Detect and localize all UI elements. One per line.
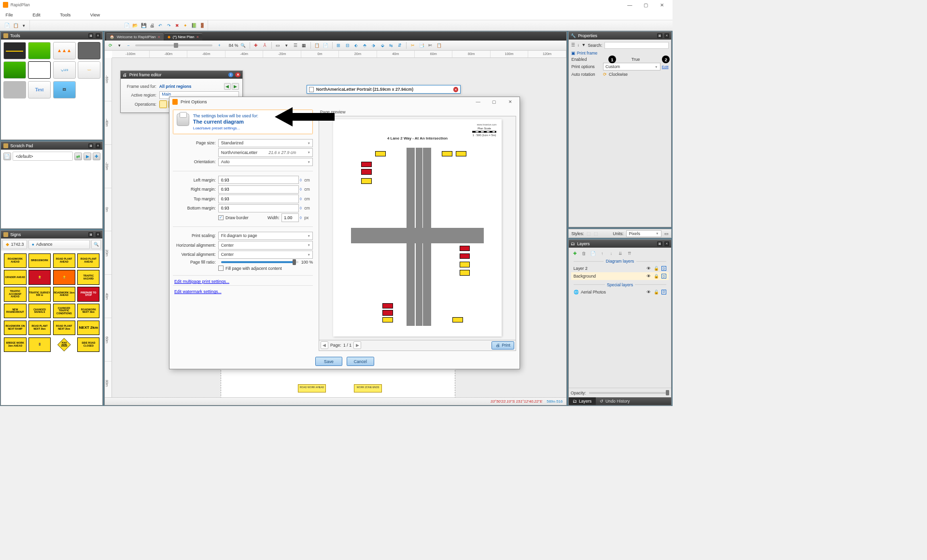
panel-close-icon[interactable]: ✕	[664, 241, 669, 246]
group-icon[interactable]: ⊞	[335, 42, 342, 49]
panel-pin-icon[interactable]: ▣	[88, 232, 93, 237]
tab-welcome[interactable]: 🏠 Welcome to RapidPlan ×	[106, 33, 164, 41]
close-icon[interactable]: ✕	[453, 87, 458, 92]
spin-icon[interactable]: ◊	[299, 215, 303, 220]
layer-row[interactable]: 🌐Aerial Photos👁🔓D	[571, 288, 668, 296]
spin-icon[interactable]: ◊	[299, 196, 303, 201]
eye-icon[interactable]: 👁	[646, 289, 652, 295]
spin-icon[interactable]: ◊	[299, 206, 303, 210]
left-margin-input[interactable]	[218, 176, 299, 184]
d-icon[interactable]: D	[661, 290, 666, 294]
tool-iso-road[interactable]	[3, 61, 26, 79]
toolbar-save-icon[interactable]: 💾	[140, 21, 148, 29]
style-swatch-icon[interactable]: ⬚	[594, 231, 598, 236]
tool-text[interactable]	[28, 81, 51, 98]
sign-item[interactable]: CHANGED SIGNALS	[28, 304, 51, 318]
panel-pin-icon[interactable]: ▣	[657, 33, 662, 38]
page-size-select[interactable]: Standarized▼	[218, 139, 313, 147]
sign-item[interactable]: ROADWORK 1km AHEAD	[53, 287, 75, 301]
paper-select[interactable]: NorthAmericaLetter21.6 x 27.9 cm▼	[218, 148, 313, 156]
style-swatch-icon[interactable]: ⬚	[587, 231, 591, 236]
zoom-out-icon[interactable]: −	[125, 42, 132, 49]
sign-item[interactable]: ROAD PLANT NEXT 2km	[53, 321, 75, 335]
page-fill-slider[interactable]	[221, 261, 298, 263]
toolbar-help-icon[interactable]: 📗	[190, 21, 198, 29]
layer-row[interactable]: Layer 2👁🔓D	[571, 265, 668, 272]
align-left-icon[interactable]: ⬖	[352, 42, 360, 49]
h-align-select[interactable]: Center▼	[218, 241, 313, 249]
watermark-settings-link[interactable]: Edit watermark settings...	[174, 289, 222, 294]
sign-item[interactable]: TRAFFIC SURVEY 500 m	[28, 287, 51, 301]
sign-item[interactable]: TRAFFIC HAZARD	[77, 270, 99, 284]
scratch-swap-icon[interactable]: ⇄	[74, 153, 82, 160]
lock-icon[interactable]: 🔓	[654, 289, 660, 295]
tab-layers[interactable]: 🗂Layers	[569, 397, 596, 405]
sign-item[interactable]: ROAD WORK AHEAD	[57, 338, 70, 351]
eye-icon[interactable]: 👁	[646, 274, 652, 280]
lock-icon[interactable]: 🔓	[654, 266, 660, 272]
sign-item[interactable]: BRIDGE WORK 1km AHEAD	[4, 337, 26, 352]
toolbar-open-icon[interactable]: 📂	[131, 21, 139, 29]
close-icon[interactable]: ✕	[235, 72, 240, 77]
panel-pin-icon[interactable]: ▣	[657, 241, 662, 246]
panel-close-icon[interactable]: ✕	[96, 143, 100, 148]
cut-icon[interactable]: ✂	[409, 42, 417, 49]
tab-undo-history[interactable]: ↺Undo History	[596, 397, 634, 405]
dialog-close-button[interactable]: ✕	[504, 98, 517, 106]
print-button[interactable]: 🖨Print	[492, 341, 514, 350]
sign-item[interactable]: BRIDGEWORK	[28, 253, 51, 268]
toolbar-wizard-icon[interactable]: 📋	[12, 21, 20, 29]
top-margin-input[interactable]	[218, 195, 299, 203]
units-select[interactable]: Pixels▼	[626, 230, 661, 238]
v-align-select[interactable]: Center▼	[218, 251, 313, 259]
sign-item[interactable]: CHANGED TRAFFIC CONDITIONS	[53, 304, 75, 318]
merge-icon[interactable]: ⇊	[617, 250, 624, 257]
sign-item[interactable]: 👷	[53, 270, 75, 284]
panel-close-icon[interactable]: ✕	[664, 33, 669, 38]
toolbar-new2-icon[interactable]: 📄	[123, 21, 131, 29]
align-right-icon[interactable]: ⬗	[370, 42, 378, 49]
delete-layer-icon[interactable]: 🗑	[580, 250, 588, 257]
sign-item[interactable]: PREPARE TO STOP	[77, 287, 99, 301]
page-next-button[interactable]: ▶	[353, 341, 361, 349]
window-maximize-button[interactable]: ▢	[638, 0, 654, 10]
sign-item[interactable]: GRADER AHEAD	[4, 270, 26, 284]
prev-icon[interactable]: ◀	[224, 83, 231, 90]
move-up-icon[interactable]: ↑	[599, 250, 606, 257]
tool-curve[interactable]: 〰	[78, 61, 100, 79]
grid-icon[interactable]: ▦	[300, 42, 308, 49]
toolbar-redo-icon[interactable]: ↷	[165, 21, 173, 29]
fill-adjacent-checkbox[interactable]	[218, 266, 223, 270]
menu-edit[interactable]: Edit	[30, 11, 43, 19]
zoom-slider[interactable]	[135, 44, 212, 46]
zoom-in-icon[interactable]: +	[215, 42, 223, 49]
sign-item[interactable]: 👷	[28, 270, 51, 284]
toolbar-delete-icon[interactable]: ✖	[173, 21, 181, 29]
sign-item[interactable]: ROADWORK ON NEXT RAMP	[4, 321, 26, 335]
page-prev-button[interactable]: ◀	[321, 341, 328, 349]
tool-cones[interactable]	[53, 42, 76, 59]
spin-icon[interactable]: ◊	[299, 178, 303, 182]
d-icon[interactable]: D	[661, 266, 666, 271]
scratch-default-chip[interactable]: <default>	[13, 152, 73, 161]
spin-icon[interactable]: ◊	[299, 187, 303, 192]
dialog-minimize-button[interactable]: —	[471, 98, 485, 106]
print-scaling-select[interactable]: Fit diagram to page▼	[218, 232, 313, 240]
zoom-extents-icon[interactable]: ⟳	[107, 42, 114, 49]
orientation-select[interactable]: Auto▼	[218, 158, 313, 166]
scratch-next-icon[interactable]: ▶	[84, 153, 91, 160]
d-icon[interactable]: D	[661, 274, 666, 279]
panel-pin-icon[interactable]: ▣	[88, 143, 93, 148]
tool-image[interactable]: 🖼	[53, 81, 76, 98]
sign-item[interactable]: NEW ROUNDABOUT	[4, 304, 26, 318]
clipboard-icon[interactable]: 📋	[435, 42, 443, 49]
sign-item[interactable]: ROADWORK NEXT 2km	[77, 304, 99, 318]
sign-item[interactable]: ROAD PLANT NEXT 2km	[28, 321, 51, 335]
save-button[interactable]: Save	[315, 357, 343, 366]
layer-row[interactable]: Background👁🔒D	[571, 272, 668, 280]
scratch-item-icon[interactable]: 📄	[3, 153, 11, 160]
toolbar-x-icon[interactable]: ✦	[182, 21, 190, 29]
border-width-input[interactable]	[281, 213, 299, 222]
filter-icon[interactable]: ▼	[581, 42, 586, 48]
dialog-maximize-button[interactable]: ▢	[488, 98, 501, 106]
